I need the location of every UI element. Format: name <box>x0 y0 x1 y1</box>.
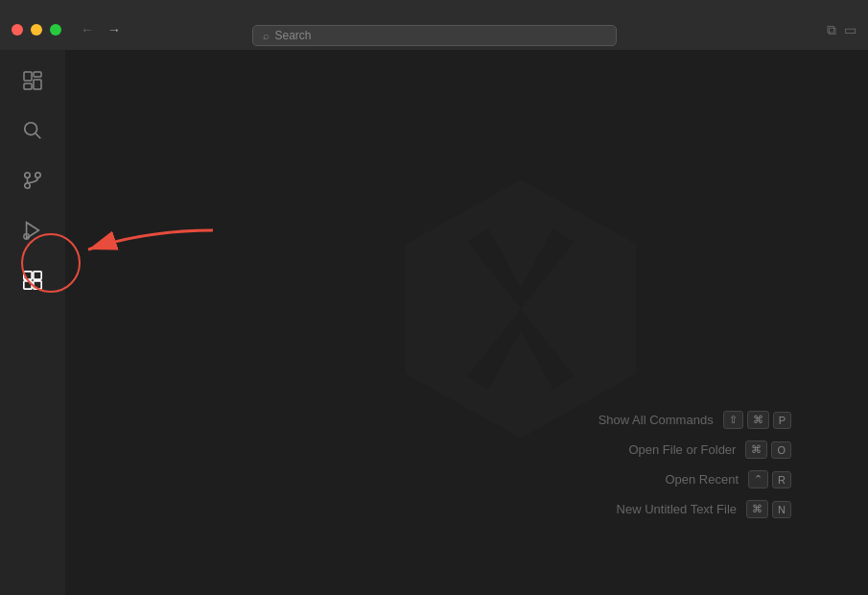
key-cmd1: ⌘ <box>747 411 769 429</box>
svg-point-7 <box>25 183 31 189</box>
shortcut-row-new-file: New Untitled Text File ⌘ N <box>598 500 791 518</box>
source-control-icon[interactable] <box>10 157 56 203</box>
explorer-icon[interactable] <box>10 58 56 104</box>
run-debug-icon[interactable] <box>10 207 56 253</box>
open-recent-keys: ⌃ R <box>748 470 791 488</box>
key-ctrl: ⌃ <box>748 470 768 488</box>
svg-line-5 <box>35 133 40 138</box>
key-shift: ⇧ <box>723 411 743 429</box>
key-n: N <box>772 501 791 518</box>
search-bar[interactable]: ⌕ Search <box>252 25 617 46</box>
svg-point-8 <box>35 173 41 178</box>
svg-rect-12 <box>24 272 32 279</box>
show-commands-label: Show All Commands <box>598 413 714 427</box>
svg-marker-10 <box>27 223 39 239</box>
forward-arrow[interactable]: → <box>104 20 125 39</box>
svg-point-6 <box>25 173 31 178</box>
svg-rect-15 <box>34 281 41 289</box>
shortcuts-panel: Show All Commands ⇧ ⌘ P Open File or Fol… <box>598 411 791 518</box>
new-file-keys: ⌘ N <box>746 500 791 518</box>
svg-rect-13 <box>34 272 41 279</box>
svg-point-4 <box>25 123 37 135</box>
editor-area: Show All Commands ⇧ ⌘ P Open File or Fol… <box>65 50 868 595</box>
minimize-button[interactable] <box>31 24 42 36</box>
svg-marker-17 <box>405 180 636 439</box>
shortcut-row-show-commands: Show All Commands ⇧ ⌘ P <box>598 411 791 429</box>
close-button[interactable] <box>12 24 23 36</box>
new-file-label: New Untitled Text File <box>617 502 737 516</box>
key-cmd2: ⌘ <box>745 440 767 459</box>
key-r: R <box>772 471 791 488</box>
search-icon: ⌕ <box>263 30 270 41</box>
key-cmd3: ⌘ <box>746 500 768 518</box>
svg-rect-2 <box>34 80 41 89</box>
show-commands-keys: ⇧ ⌘ P <box>723 411 791 429</box>
open-file-keys: ⌘ O <box>745 440 791 459</box>
titlebar: ← → ⌕ Search ⧉ ▭ <box>0 0 868 50</box>
split-editor-icon[interactable]: ⧉ <box>827 22 836 38</box>
back-arrow[interactable]: ← <box>77 20 98 39</box>
search-placeholder: Search <box>275 29 312 42</box>
search-activity-icon[interactable] <box>10 107 56 154</box>
svg-rect-0 <box>24 72 32 81</box>
svg-rect-14 <box>24 281 32 289</box>
maximize-button[interactable] <box>50 24 61 36</box>
main-area: Show All Commands ⇧ ⌘ P Open File or Fol… <box>0 50 868 595</box>
svg-rect-1 <box>34 72 41 77</box>
activity-bar <box>0 50 65 595</box>
open-file-label: Open File or Folder <box>628 442 736 457</box>
key-p: P <box>773 412 791 429</box>
open-recent-label: Open Recent <box>665 472 739 487</box>
key-o: O <box>771 441 791 459</box>
extensions-icon[interactable] <box>10 257 56 303</box>
vscode-watermark <box>387 175 655 443</box>
shortcut-row-open-recent: Open Recent ⌃ R <box>598 470 791 488</box>
shortcut-row-open-file: Open File or Folder ⌘ O <box>598 440 791 459</box>
collapse-icon[interactable]: ▭ <box>844 22 856 38</box>
svg-rect-3 <box>24 83 32 89</box>
